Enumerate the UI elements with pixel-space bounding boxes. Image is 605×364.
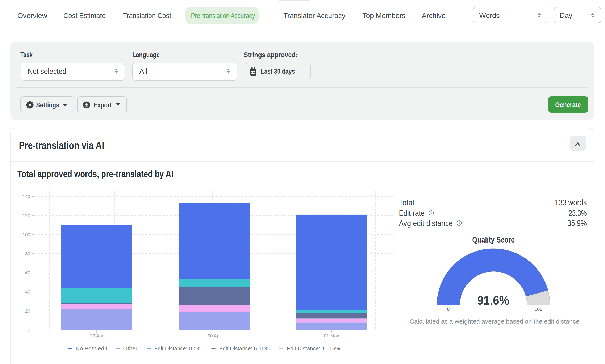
svg-text:Avg edit distance: Avg edit distance	[399, 219, 453, 228]
svg-text:60: 60	[25, 270, 30, 275]
svg-text:i: i	[431, 211, 432, 215]
svg-text:0: 0	[28, 327, 30, 333]
svg-text:Pre-translation via AI: Pre-translation via AI	[19, 140, 104, 151]
svg-text:Task: Task	[20, 51, 33, 59]
svg-text:35.9%: 35.9%	[567, 219, 587, 228]
svg-text:Pre-translation Accuracy: Pre-translation Accuracy	[191, 12, 255, 20]
svg-text:Export: Export	[94, 101, 112, 109]
svg-text:30 Apr: 30 Apr	[207, 333, 221, 338]
svg-text:80: 80	[25, 251, 30, 256]
svg-text:No Post-edit: No Post-edit	[76, 345, 107, 352]
svg-text:140: 140	[23, 194, 30, 199]
svg-text:133 words: 133 words	[555, 198, 587, 207]
svg-text:Words: Words	[479, 11, 500, 19]
svg-text:All: All	[139, 67, 148, 75]
svg-text:Translator Accuracy: Translator Accuracy	[283, 12, 345, 20]
svg-text:Translation Cost: Translation Cost	[123, 12, 171, 20]
svg-text:Total: Total	[399, 198, 414, 207]
svg-text:Settings: Settings	[36, 101, 59, 109]
svg-text:Language: Language	[132, 51, 160, 59]
svg-text:Edit Distance: 11-15%: Edit Distance: 11-15%	[287, 345, 340, 352]
svg-text:0: 0	[447, 307, 450, 312]
svg-text:Overview: Overview	[17, 12, 47, 20]
svg-text:Day: Day	[560, 11, 572, 19]
svg-text:Strings approved:: Strings approved:	[244, 51, 298, 59]
svg-text:Top Members: Top Members	[362, 12, 405, 20]
svg-text:120: 120	[23, 213, 30, 218]
svg-text:Edit rate: Edit rate	[399, 209, 425, 218]
svg-text:Total approved words, pre-tran: Total approved words, pre-translated by …	[17, 169, 173, 179]
svg-text:Edit Distance: 0-5%: Edit Distance: 0-5%	[154, 345, 201, 352]
svg-text:23.3%: 23.3%	[569, 208, 587, 218]
svg-text:100: 100	[535, 307, 542, 312]
svg-text:29 Apr: 29 Apr	[90, 333, 103, 338]
svg-text:Edit Distance: 6-10%: Edit Distance: 6-10%	[219, 345, 270, 352]
svg-text:Other: Other	[123, 345, 138, 352]
svg-text:Calculated as a weighted avera: Calculated as a weighted average based o…	[410, 318, 579, 325]
svg-text:Not selected: Not selected	[28, 67, 66, 75]
svg-text:20: 20	[25, 308, 30, 314]
svg-text:91.6%: 91.6%	[477, 293, 509, 307]
svg-text:i: i	[459, 221, 460, 225]
svg-text:100: 100	[23, 232, 30, 237]
svg-text:Archive: Archive	[422, 12, 446, 20]
svg-text:Generate: Generate	[555, 101, 581, 108]
svg-text:Quality Score: Quality Score	[472, 235, 515, 244]
svg-text:Cost Estimate: Cost Estimate	[63, 12, 106, 20]
svg-text:40: 40	[25, 289, 30, 295]
svg-text:01 May: 01 May	[324, 333, 339, 338]
svg-text:Last 30 days: Last 30 days	[261, 67, 295, 75]
